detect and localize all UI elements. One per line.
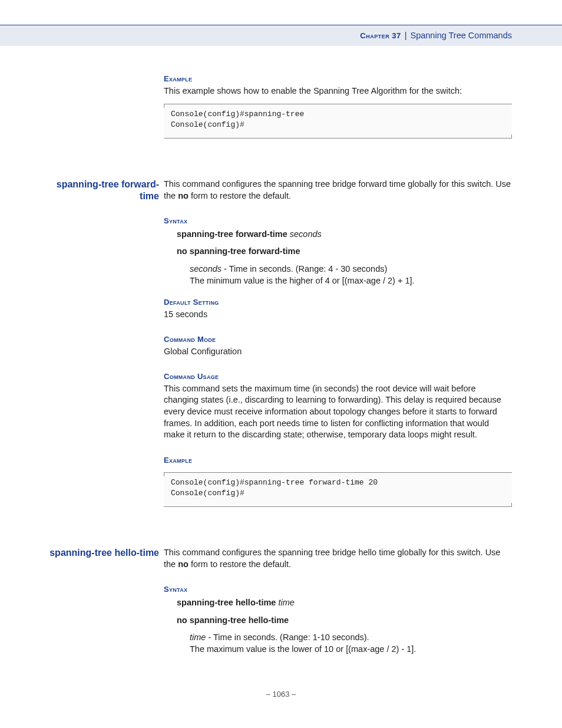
chapter-title: Spanning Tree Commands [411,30,513,42]
syntax-no: no spanning-tree forward-time [177,246,300,256]
default-label: Default Setting [164,297,512,308]
param-desc: time - Time in seconds. (Range: 1-10 sec… [190,632,512,655]
syntax-cmd: spanning-tree hello-time [177,598,276,607]
usage-label: Command Usage [164,371,512,382]
syntax-param: seconds [290,229,322,239]
intro-text-b: form to restore the default. [189,559,291,569]
param-desc1: - Time in seconds. (Range: 1-10 seconds)… [206,633,369,642]
syntax-line: spanning-tree forward-time seconds [177,229,512,241]
syntax-no: no spanning-tree hello-time [177,615,289,625]
separator: | [405,30,407,42]
param-desc2: The minimum value is the higher of 4 or … [190,276,415,285]
param-desc: seconds - Time in seconds. (Range: 4 - 3… [190,263,512,286]
syntax-param: time [278,598,294,607]
chapter-label: Chapter 37 [360,31,401,41]
syntax-label: Syntax [164,216,512,226]
syntax-label: Syntax [164,584,512,595]
param-name: time [190,633,206,642]
default-value: 15 seconds [164,309,512,321]
page-header: Chapter 37 | Spanning Tree Commands [0,25,562,46]
example-label: Example [164,74,512,84]
section-hello-time: spanning-tree hello-time This command co… [47,547,512,655]
syntax-no-line: no spanning-tree forward-time [177,246,512,258]
param-name: seconds [190,264,222,274]
section-example-prev: Example This example shows how to enable… [47,74,512,142]
command-title: spanning-tree hello-time [47,547,164,655]
command-intro: This command configures the spanning tre… [164,547,512,570]
syntax-cmd: spanning-tree forward-time [177,229,287,239]
syntax-no-line: no spanning-tree hello-time [177,615,512,627]
command-title: spanning-tree forward-time [47,179,164,510]
intro-no: no [178,559,189,569]
main-col: This command configures the spanning tre… [164,547,512,655]
intro-text-b: form to restore the default. [189,191,291,200]
content-area: Example This example shows how to enable… [47,74,512,666]
command-intro: This command configures the spanning tre… [164,179,512,202]
code-block: Console(config)#spanning-tree forward-ti… [164,472,512,507]
syntax-line: spanning-tree hello-time time [177,597,512,609]
mode-label: Command Mode [164,334,512,345]
page-number: – 1063 – [266,690,296,699]
side-empty [47,74,164,142]
section-forward-time: spanning-tree forward-time This command … [47,179,512,510]
code-block: Console(config)#spanning-tree Console(co… [164,104,512,139]
example-label: Example [164,455,512,466]
usage-text: This command sets the maximum time (in s… [164,383,512,441]
param-desc1: - Time in seconds. (Range: 4 - 30 second… [222,264,387,274]
example-intro: This example shows how to enable the Spa… [164,85,512,97]
main-col: Example This example shows how to enable… [164,74,512,142]
intro-no: no [178,191,189,200]
mode-value: Global Configuration [164,346,512,358]
param-desc2: The maximum value is the lower of 10 or … [190,644,416,654]
page: Chapter 37 | Spanning Tree Commands Exam… [0,0,562,728]
page-footer: – 1063 – [0,689,562,700]
main-col: This command configures the spanning tre… [164,179,512,510]
